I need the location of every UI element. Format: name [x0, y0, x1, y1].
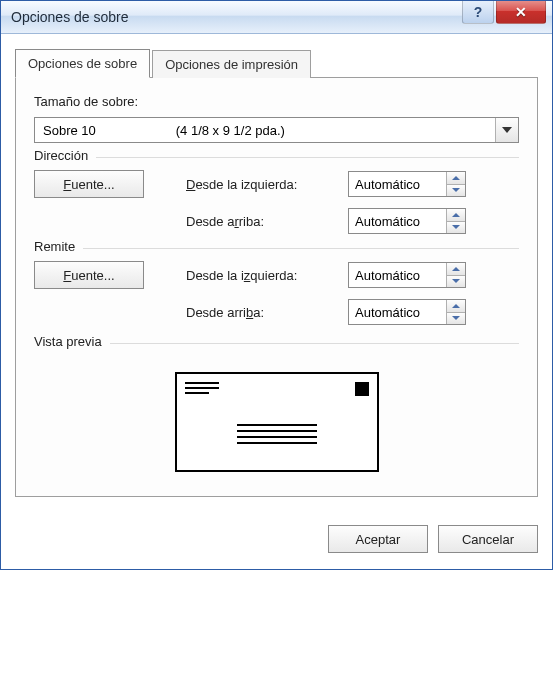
envelope-size-name: Sobre 10 — [43, 123, 96, 138]
spin-up[interactable] — [447, 172, 465, 184]
address-from-top-spinner[interactable]: Automático — [348, 208, 466, 234]
spin-up[interactable] — [447, 300, 465, 312]
client-area: Opciones de sobre Opciones de impresión … — [1, 34, 552, 511]
address-from-top-buttons — [446, 209, 465, 233]
return-from-top-value: Automático — [349, 300, 446, 324]
return-from-left-buttons — [446, 263, 465, 287]
address-from-left-buttons — [446, 172, 465, 196]
preview-group: Vista previa — [34, 343, 519, 478]
spin-down[interactable] — [447, 275, 465, 288]
size-label: Tamaño de sobre: — [34, 94, 138, 109]
return-from-left-value: Automático — [349, 263, 446, 287]
address-from-left-label: Desde la izquierda: — [186, 177, 336, 192]
tab-print-options[interactable]: Opciones de impresión — [152, 50, 311, 78]
address-legend: Dirección — [34, 148, 96, 163]
size-label-row: Tamaño de sobre: — [34, 94, 519, 109]
envelope-size-dim: (4 1/8 x 9 1/2 pda.) — [176, 123, 285, 138]
help-button[interactable]: ? — [462, 1, 494, 24]
return-from-top-label: Desde arriba: — [186, 305, 336, 320]
chevron-down-icon — [452, 279, 460, 283]
chevron-down-icon — [452, 316, 460, 320]
chevron-up-icon — [452, 267, 460, 271]
spin-down[interactable] — [447, 221, 465, 234]
address-font-button[interactable]: Fuente... — [34, 170, 144, 198]
window-title: Opciones de sobre — [11, 9, 129, 25]
chevron-down-icon — [452, 188, 460, 192]
address-group: Dirección Fuente... Desde la izquierda: … — [34, 157, 519, 234]
spin-up[interactable] — [447, 263, 465, 275]
envelope-stamp-icon — [355, 382, 369, 396]
ok-button[interactable]: Aceptar — [328, 525, 428, 553]
dialog-buttons: Aceptar Cancelar — [1, 511, 552, 569]
return-legend: Remite — [34, 239, 83, 254]
window-controls: ? ✕ — [460, 1, 546, 24]
envelope-size-value: Sobre 10 (4 1/8 x 9 1/2 pda.) — [35, 123, 495, 138]
tab-envelope-label: Opciones de sobre — [28, 56, 137, 71]
chevron-down-icon — [452, 225, 460, 229]
chevron-up-icon — [452, 176, 460, 180]
return-font-button[interactable]: Fuente... — [34, 261, 144, 289]
return-grid: Fuente... Desde la izquierda: Automático — [34, 261, 519, 325]
help-icon: ? — [474, 4, 483, 20]
return-from-left-label: Desde la izquierda: — [186, 268, 336, 283]
close-icon: ✕ — [515, 4, 527, 20]
return-group: Remite Fuente... Desde la izquierda: Aut… — [34, 248, 519, 325]
tabstrip: Opciones de sobre Opciones de impresión — [15, 48, 538, 77]
envelope-size-combo[interactable]: Sobre 10 (4 1/8 x 9 1/2 pda.) — [34, 117, 519, 143]
address-grid: Fuente... Desde la izquierda: Automático — [34, 170, 519, 234]
cancel-button[interactable]: Cancelar — [438, 525, 538, 553]
address-from-left-value: Automático — [349, 172, 446, 196]
address-from-left-spinner[interactable]: Automático — [348, 171, 466, 197]
address-from-top-value: Automático — [349, 209, 446, 233]
combo-arrow[interactable] — [495, 118, 518, 142]
tabpanel-envelope: Tamaño de sobre: Sobre 10 (4 1/8 x 9 1/2… — [15, 77, 538, 497]
chevron-up-icon — [452, 304, 460, 308]
spin-down[interactable] — [447, 312, 465, 325]
preview-legend: Vista previa — [34, 334, 110, 349]
address-font-cell: Fuente... — [34, 170, 174, 198]
spin-down[interactable] — [447, 184, 465, 197]
tab-print-label: Opciones de impresión — [165, 57, 298, 72]
chevron-down-icon — [502, 127, 512, 133]
envelope-return-lines — [185, 382, 219, 397]
return-from-top-spinner[interactable]: Automático — [348, 299, 466, 325]
spin-up[interactable] — [447, 209, 465, 221]
cancel-button-label: Cancelar — [462, 532, 514, 547]
envelope-options-dialog: Opciones de sobre ? ✕ Opciones de sobre … — [0, 0, 553, 570]
chevron-up-icon — [452, 213, 460, 217]
envelope-preview — [175, 372, 379, 472]
return-font-cell: Fuente... — [34, 261, 174, 289]
tab-envelope-options[interactable]: Opciones de sobre — [15, 49, 150, 78]
return-from-left-spinner[interactable]: Automático — [348, 262, 466, 288]
envelope-address-lines — [237, 424, 317, 448]
return-from-top-buttons — [446, 300, 465, 324]
close-button[interactable]: ✕ — [496, 1, 546, 24]
ok-button-label: Aceptar — [356, 532, 401, 547]
address-from-top-label: Desde arriba: — [186, 214, 336, 229]
titlebar: Opciones de sobre ? ✕ — [1, 1, 552, 34]
preview-area — [34, 356, 519, 478]
